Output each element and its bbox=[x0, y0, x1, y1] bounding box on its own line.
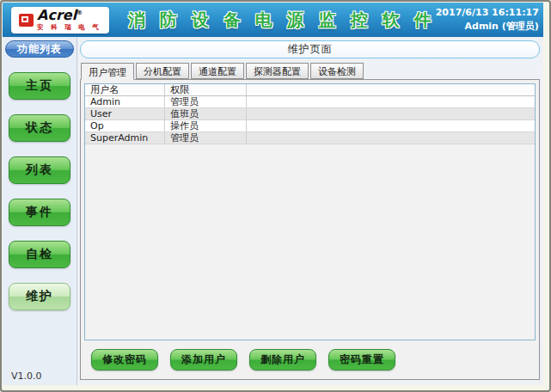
sidebar-item-list[interactable]: 列表 bbox=[9, 156, 70, 184]
cell-username: User bbox=[85, 108, 165, 119]
cell-role: 操作员 bbox=[165, 120, 247, 132]
tab-user-management[interactable]: 用户管理 bbox=[81, 63, 134, 80]
tab-detector-config[interactable]: 探测器配置 bbox=[246, 63, 309, 79]
sidebar-item-status[interactable]: 状态 bbox=[9, 114, 70, 142]
column-header-username: 用户名 bbox=[85, 84, 165, 95]
brand-subtitle: 安 科 瑞 电 气 bbox=[37, 24, 101, 31]
table-row[interactable]: User 值班员 bbox=[85, 108, 535, 120]
table-row[interactable]: Op 操作员 bbox=[85, 120, 535, 132]
main-content: 维护页面 用户管理 分机配置 通道配置 探测器配置 设备检测 用户名 权限 bbox=[77, 37, 543, 385]
brand-name: Acrel® bbox=[37, 9, 101, 22]
app-window: Acrel® 安 科 瑞 电 气 消 防 设 备 电 源 监 控 软 件 201… bbox=[0, 0, 551, 392]
acrel-logo: Acrel® 安 科 瑞 电 气 bbox=[11, 7, 109, 34]
acrel-logo-icon bbox=[19, 14, 34, 27]
cell-username: Admin bbox=[85, 96, 165, 107]
tab-extension-config[interactable]: 分机配置 bbox=[136, 63, 189, 79]
version-label: V1.0.0 bbox=[11, 371, 42, 382]
tab-channel-config[interactable]: 通道配置 bbox=[191, 63, 244, 79]
table-header-row: 用户名 权限 bbox=[85, 84, 535, 96]
tab-bar: 用户管理 分机配置 通道配置 探测器配置 设备检测 bbox=[80, 63, 540, 79]
add-user-button[interactable]: 添加用户 bbox=[170, 349, 237, 371]
cell-role: 管理员 bbox=[165, 132, 247, 144]
tab-panel: 用户名 权限 Admin 管理员 User 值班员 bbox=[80, 79, 540, 380]
table-row[interactable]: SuperAdmin 管理员 bbox=[85, 132, 535, 144]
sidebar-header: 功能列表 bbox=[5, 40, 74, 58]
sidebar-item-maintenance[interactable]: 维护 bbox=[9, 283, 70, 310]
app-header: Acrel® 安 科 瑞 电 气 消 防 设 备 电 源 监 控 软 件 201… bbox=[3, 3, 543, 37]
sidebar-item-events[interactable]: 事件 bbox=[9, 199, 70, 226]
reset-password-button[interactable]: 密码重置 bbox=[328, 349, 395, 371]
sidebar-item-home[interactable]: 主页 bbox=[9, 72, 70, 100]
page-title: 维护页面 bbox=[80, 40, 540, 58]
datetime-label: 2017/6/13 16:11:17 bbox=[436, 6, 539, 20]
delete-user-button[interactable]: 删除用户 bbox=[249, 349, 316, 371]
column-header-role: 权限 bbox=[165, 84, 247, 95]
logged-in-user: Admin (管理员) bbox=[436, 20, 539, 34]
column-header-empty bbox=[247, 84, 535, 95]
change-password-button[interactable]: 修改密码 bbox=[91, 349, 158, 371]
function-sidebar: 功能列表 主页 状态 列表 事件 自检 维护 V1.0.0 bbox=[3, 37, 77, 385]
sidebar-item-selftest[interactable]: 自检 bbox=[9, 241, 70, 268]
cell-role: 值班员 bbox=[165, 108, 247, 119]
cell-username: Op bbox=[85, 120, 165, 132]
cell-role: 管理员 bbox=[165, 96, 247, 107]
app-title: 消 防 设 备 电 源 监 控 软 件 bbox=[128, 9, 436, 32]
cell-username: SuperAdmin bbox=[85, 132, 165, 144]
tab-device-detection[interactable]: 设备检测 bbox=[310, 63, 364, 79]
action-button-row: 修改密码 添加用户 删除用户 密码重置 bbox=[84, 349, 536, 371]
user-table: 用户名 权限 Admin 管理员 User 值班员 bbox=[84, 83, 536, 340]
table-row[interactable]: Admin 管理员 bbox=[85, 96, 535, 108]
